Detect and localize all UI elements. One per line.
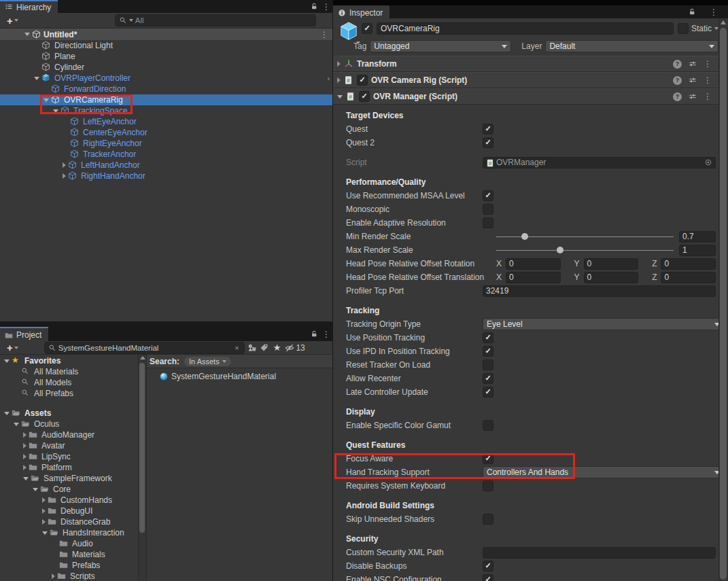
hierarchy-item-LeftHandAnchor[interactable]: LeftHandAnchor [0, 160, 332, 171]
slider-value-field[interactable]: 1 [679, 245, 716, 256]
project-folder-Scripts[interactable]: Scripts [0, 571, 138, 580]
property-checkbox[interactable]: ✓ [483, 453, 493, 464]
component-header-OVR Manager (Script)[interactable]: #✓OVR Manager (Script)?⋮ [333, 88, 728, 105]
component-header-Transform[interactable]: Transform?⋮ [333, 56, 728, 72]
property-checkbox[interactable]: ✓ [483, 346, 493, 357]
project-folder-LipSync[interactable]: LipSync [0, 451, 138, 462]
project-folder-CustomHands[interactable]: CustomHands [0, 495, 138, 506]
axis-field-z[interactable]: 0 [661, 258, 716, 270]
hierarchy-item-TrackingSpace[interactable]: TrackingSpace [0, 105, 332, 116]
clear-search-icon[interactable]: × [233, 344, 240, 352]
dropdown-Tracking Origin Type[interactable]: Eye Level [483, 318, 724, 330]
collapse-arrow-icon[interactable] [63, 173, 66, 179]
presets-icon[interactable] [689, 60, 697, 68]
component-menu-icon[interactable]: ⋮ [704, 92, 712, 101]
property-checkbox[interactable] [483, 217, 493, 228]
expand-arrow-icon[interactable] [44, 99, 49, 102]
axis-field-z[interactable]: 0 [661, 272, 716, 283]
scrollbar-thumb[interactable] [720, 28, 727, 580]
collapse-arrow-icon[interactable] [52, 574, 55, 579]
expand-arrow-icon[interactable] [4, 359, 10, 363]
presets-icon[interactable] [689, 92, 697, 101]
slider-thumb[interactable] [521, 233, 528, 240]
tab-project[interactable]: Project [0, 327, 48, 341]
hierarchy-item-OVRCameraRig[interactable]: OVRCameraRig [0, 94, 332, 105]
axis-field-x[interactable]: 0 [506, 272, 561, 283]
expand-arrow-icon[interactable] [4, 412, 10, 415]
expand-arrow-icon[interactable] [33, 488, 38, 491]
property-checkbox[interactable]: ✓ [483, 387, 493, 398]
hierarchy-item-ForwardDirection[interactable]: ForwardDirection [0, 84, 332, 94]
project-folder-Materials[interactable]: Materials [0, 549, 138, 560]
property-checkbox[interactable]: ✓ [483, 190, 493, 201]
scrollbar-thumb[interactable] [139, 363, 145, 533]
hierarchy-item-RightHandAnchor[interactable]: RightHandAnchor [0, 171, 332, 181]
gameobject-cube-icon[interactable] [339, 21, 359, 41]
scroll-up-icon[interactable] [140, 356, 145, 359]
component-header-OVR Camera Rig (Script)[interactable]: #✓OVR Camera Rig (Script)?⋮ [333, 72, 728, 88]
collapse-arrow-icon[interactable] [23, 443, 27, 448]
help-icon[interactable]: ? [673, 76, 682, 85]
prefab-open-arrow-icon[interactable]: › [327, 74, 330, 82]
axis-field-y[interactable]: 0 [584, 258, 639, 270]
help-icon[interactable]: ? [673, 60, 682, 69]
expand-arrow-icon[interactable] [42, 531, 48, 535]
project-folder-All Prefabs[interactable]: All Prefabs [0, 388, 138, 399]
slider-track-area[interactable] [496, 232, 674, 241]
collapse-arrow-icon[interactable] [337, 61, 341, 67]
property-checkbox[interactable] [483, 359, 493, 370]
slider-value-field[interactable]: 0.7 [679, 231, 716, 243]
inspector-menu-icon[interactable]: ⋮ [708, 5, 720, 18]
property-checkbox[interactable] [483, 480, 493, 491]
project-folder-Assets[interactable]: Assets [0, 408, 138, 419]
project-search-input[interactable]: SystemGestureHandMaterial × [44, 342, 245, 354]
property-checkbox[interactable]: ✓ [483, 561, 493, 571]
property-checkbox[interactable] [483, 420, 493, 431]
expand-arrow-icon[interactable] [23, 477, 29, 480]
property-checkbox[interactable]: ✓ [483, 574, 493, 581]
hidden-items-toggle[interactable]: 13 [285, 343, 305, 353]
expand-arrow-icon[interactable] [53, 109, 58, 113]
panel-divider[interactable] [332, 0, 333, 581]
hierarchy-item-Cylinder[interactable]: Cylinder [0, 62, 332, 73]
property-checkbox[interactable] [483, 514, 493, 525]
property-checkbox[interactable] [483, 204, 493, 215]
scroll-up-icon[interactable] [721, 20, 726, 24]
favorites-star-icon[interactable]: ★ [272, 342, 283, 353]
scene-header-row[interactable]: Untitled*⋮ [0, 29, 332, 40]
component-enabled-checkbox[interactable]: ✓ [357, 75, 368, 86]
project-folder-All Materials[interactable]: All Materials [0, 366, 138, 377]
slider-thumb[interactable] [557, 247, 564, 253]
layer-dropdown[interactable]: Default [545, 40, 718, 52]
project-folder-Audio[interactable]: Audio [0, 538, 138, 549]
project-folder-Platform[interactable]: Platform [0, 462, 138, 473]
hierarchy-search-input[interactable]: All [115, 14, 316, 27]
project-folder-HandsInteraction[interactable]: HandsInteraction [0, 527, 138, 538]
object-field-Script[interactable]: #OVRManager [483, 157, 716, 169]
static-checkbox[interactable] [678, 23, 689, 34]
search-result-item[interactable]: SystemGestureHandMaterial [147, 371, 332, 382]
project-folder-Prefabs[interactable]: Prefabs [0, 560, 138, 571]
component-enabled-checkbox[interactable]: ✓ [359, 91, 370, 102]
search-scope-dropdown[interactable]: In Assets [184, 357, 231, 366]
hierarchy-item-RightEyeAnchor[interactable]: RightEyeAnchor [0, 138, 332, 149]
hierarchy-item-Directional Light[interactable]: Directional Light [0, 40, 332, 51]
property-checkbox[interactable]: ✓ [483, 373, 493, 384]
hierarchy-item-CenterEyeAnchor[interactable]: CenterEyeAnchor [0, 127, 332, 138]
search-by-type-icon[interactable] [247, 343, 257, 353]
dropdown-Hand Tracking Support[interactable]: Controllers And Hands [483, 466, 724, 478]
collapse-arrow-icon[interactable] [42, 519, 46, 525]
property-checkbox[interactable]: ✓ [483, 124, 493, 135]
collapse-arrow-icon[interactable] [23, 432, 27, 438]
project-folder-DistanceGrab[interactable]: DistanceGrab [0, 516, 138, 527]
inspector-scrollbar[interactable] [718, 18, 728, 581]
gameobject-name-field[interactable]: OVRCameraRig [377, 22, 674, 35]
component-menu-icon[interactable]: ⋮ [704, 76, 712, 84]
project-folder-All Models[interactable]: All Models [0, 377, 138, 388]
presets-icon[interactable] [689, 76, 697, 84]
text-field-Profiler Tcp Port[interactable]: 32419 [483, 285, 716, 297]
slider-track-area[interactable] [496, 245, 674, 255]
project-folder-Oculus[interactable]: Oculus [0, 419, 138, 429]
lock-icon[interactable] [308, 0, 320, 13]
project-folder-Core[interactable]: Core [0, 484, 138, 495]
